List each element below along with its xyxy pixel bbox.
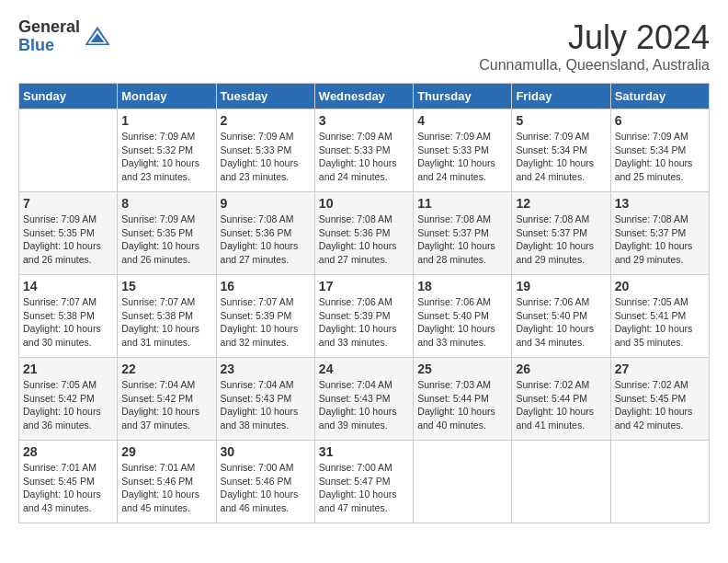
day-number: 10 [319, 196, 409, 211]
calendar-header-row: SundayMondayTuesdayWednesdayThursdayFrid… [19, 84, 710, 109]
calendar-cell: 11Sunrise: 7:08 AM Sunset: 5:37 PM Dayli… [414, 192, 512, 275]
calendar-cell: 8Sunrise: 7:09 AM Sunset: 5:35 PM Daylig… [118, 192, 216, 275]
day-info: Sunrise: 7:09 AM Sunset: 5:33 PM Dayligh… [319, 130, 409, 184]
calendar-cell: 21Sunrise: 7:05 AM Sunset: 5:42 PM Dayli… [19, 358, 118, 441]
day-number: 17 [319, 279, 409, 293]
calendar-cell: 30Sunrise: 7:00 AM Sunset: 5:46 PM Dayli… [216, 441, 314, 523]
day-number: 30 [221, 444, 311, 459]
calendar-table: SundayMondayTuesdayWednesdayThursdayFrid… [18, 83, 710, 523]
calendar-cell: 29Sunrise: 7:01 AM Sunset: 5:46 PM Dayli… [118, 441, 216, 523]
day-number: 8 [121, 196, 211, 211]
day-number: 31 [319, 444, 409, 459]
logo: General Blue [18, 18, 111, 55]
calendar-cell: 9Sunrise: 7:08 AM Sunset: 5:36 PM Daylig… [216, 192, 314, 275]
day-info: Sunrise: 7:09 AM Sunset: 5:33 PM Dayligh… [221, 130, 311, 184]
calendar-cell: 18Sunrise: 7:06 AM Sunset: 5:40 PM Dayli… [414, 275, 512, 358]
day-number: 11 [417, 196, 507, 211]
calendar-cell: 13Sunrise: 7:08 AM Sunset: 5:37 PM Dayli… [610, 192, 709, 275]
day-number: 4 [417, 113, 507, 128]
weekday-header-sunday: Sunday [19, 84, 118, 109]
calendar-cell: 24Sunrise: 7:04 AM Sunset: 5:43 PM Dayli… [314, 358, 413, 441]
day-info: Sunrise: 7:04 AM Sunset: 5:43 PM Dayligh… [221, 378, 311, 432]
day-info: Sunrise: 7:00 AM Sunset: 5:47 PM Dayligh… [319, 461, 409, 515]
calendar-cell: 23Sunrise: 7:04 AM Sunset: 5:43 PM Dayli… [216, 358, 314, 441]
location-title: Cunnamulla, Queensland, Australia [479, 57, 710, 74]
day-info: Sunrise: 7:08 AM Sunset: 5:37 PM Dayligh… [615, 213, 705, 267]
day-number: 1 [121, 113, 211, 128]
day-info: Sunrise: 7:04 AM Sunset: 5:43 PM Dayligh… [319, 378, 409, 432]
day-number: 9 [221, 196, 311, 211]
calendar-cell [512, 441, 610, 523]
day-number: 15 [121, 279, 211, 293]
logo-icon [84, 23, 111, 51]
calendar-cell: 2Sunrise: 7:09 AM Sunset: 5:33 PM Daylig… [216, 109, 314, 192]
calendar-cell [19, 109, 118, 192]
day-number: 22 [121, 362, 211, 376]
logo-blue-text: Blue [18, 37, 80, 55]
calendar-cell: 19Sunrise: 7:06 AM Sunset: 5:40 PM Dayli… [512, 275, 610, 358]
day-number: 6 [615, 113, 705, 128]
calendar-cell: 5Sunrise: 7:09 AM Sunset: 5:34 PM Daylig… [512, 109, 610, 192]
calendar-cell: 31Sunrise: 7:00 AM Sunset: 5:47 PM Dayli… [314, 441, 413, 523]
page-header: General Blue July 2024 Cunnamulla, Queen… [18, 18, 710, 74]
calendar-cell: 15Sunrise: 7:07 AM Sunset: 5:38 PM Dayli… [118, 275, 216, 358]
title-block: July 2024 Cunnamulla, Queensland, Austra… [479, 18, 710, 74]
calendar-cell: 16Sunrise: 7:07 AM Sunset: 5:39 PM Dayli… [216, 275, 314, 358]
day-info: Sunrise: 7:02 AM Sunset: 5:44 PM Dayligh… [516, 378, 606, 432]
calendar-cell: 10Sunrise: 7:08 AM Sunset: 5:36 PM Dayli… [314, 192, 413, 275]
day-number: 23 [221, 362, 311, 376]
day-info: Sunrise: 7:06 AM Sunset: 5:39 PM Dayligh… [319, 295, 409, 350]
day-number: 2 [221, 113, 311, 128]
day-number: 18 [417, 279, 507, 293]
day-info: Sunrise: 7:03 AM Sunset: 5:44 PM Dayligh… [417, 378, 507, 432]
day-number: 13 [615, 196, 705, 211]
calendar-cell: 4Sunrise: 7:09 AM Sunset: 5:33 PM Daylig… [414, 109, 512, 192]
calendar-cell: 14Sunrise: 7:07 AM Sunset: 5:38 PM Dayli… [19, 275, 118, 358]
day-info: Sunrise: 7:09 AM Sunset: 5:34 PM Dayligh… [516, 130, 606, 184]
day-number: 28 [23, 444, 113, 459]
day-info: Sunrise: 7:05 AM Sunset: 5:41 PM Dayligh… [615, 295, 705, 350]
day-number: 20 [615, 279, 705, 293]
day-info: Sunrise: 7:07 AM Sunset: 5:39 PM Dayligh… [221, 295, 311, 350]
day-info: Sunrise: 7:09 AM Sunset: 5:35 PM Dayligh… [121, 213, 211, 267]
day-number: 25 [417, 362, 507, 376]
day-info: Sunrise: 7:07 AM Sunset: 5:38 PM Dayligh… [121, 295, 211, 350]
weekday-header-monday: Monday [118, 84, 216, 109]
day-info: Sunrise: 7:09 AM Sunset: 5:32 PM Dayligh… [121, 130, 211, 184]
day-number: 24 [319, 362, 409, 376]
logo-general-text: General [18, 18, 80, 37]
calendar-cell: 26Sunrise: 7:02 AM Sunset: 5:44 PM Dayli… [512, 358, 610, 441]
day-number: 3 [319, 113, 409, 128]
day-info: Sunrise: 7:09 AM Sunset: 5:35 PM Dayligh… [23, 213, 113, 267]
day-number: 26 [516, 362, 606, 376]
calendar-cell: 28Sunrise: 7:01 AM Sunset: 5:45 PM Dayli… [19, 441, 118, 523]
calendar-cell: 20Sunrise: 7:05 AM Sunset: 5:41 PM Dayli… [610, 275, 709, 358]
calendar-cell: 3Sunrise: 7:09 AM Sunset: 5:33 PM Daylig… [314, 109, 413, 192]
day-number: 7 [23, 196, 113, 211]
calendar-cell: 17Sunrise: 7:06 AM Sunset: 5:39 PM Dayli… [314, 275, 413, 358]
day-number: 16 [221, 279, 311, 293]
day-number: 12 [516, 196, 606, 211]
day-number: 14 [23, 279, 113, 293]
day-info: Sunrise: 7:01 AM Sunset: 5:46 PM Dayligh… [121, 461, 211, 515]
day-info: Sunrise: 7:09 AM Sunset: 5:34 PM Dayligh… [615, 130, 705, 184]
calendar-week-row: 14Sunrise: 7:07 AM Sunset: 5:38 PM Dayli… [19, 275, 710, 358]
day-number: 27 [615, 362, 705, 376]
calendar-week-row: 21Sunrise: 7:05 AM Sunset: 5:42 PM Dayli… [19, 358, 710, 441]
day-info: Sunrise: 7:02 AM Sunset: 5:45 PM Dayligh… [615, 378, 705, 432]
weekday-header-wednesday: Wednesday [314, 84, 413, 109]
weekday-header-friday: Friday [512, 84, 610, 109]
day-number: 19 [516, 279, 606, 293]
day-info: Sunrise: 7:09 AM Sunset: 5:33 PM Dayligh… [417, 130, 507, 184]
calendar-week-row: 28Sunrise: 7:01 AM Sunset: 5:45 PM Dayli… [19, 441, 710, 523]
day-info: Sunrise: 7:01 AM Sunset: 5:45 PM Dayligh… [23, 461, 113, 515]
weekday-header-thursday: Thursday [414, 84, 512, 109]
calendar-cell [610, 441, 709, 523]
calendar-week-row: 1Sunrise: 7:09 AM Sunset: 5:32 PM Daylig… [19, 109, 710, 192]
day-info: Sunrise: 7:08 AM Sunset: 5:37 PM Dayligh… [516, 213, 606, 267]
day-info: Sunrise: 7:06 AM Sunset: 5:40 PM Dayligh… [516, 295, 606, 350]
calendar-cell: 12Sunrise: 7:08 AM Sunset: 5:37 PM Dayli… [512, 192, 610, 275]
day-info: Sunrise: 7:05 AM Sunset: 5:42 PM Dayligh… [23, 378, 113, 432]
calendar-cell: 1Sunrise: 7:09 AM Sunset: 5:32 PM Daylig… [118, 109, 216, 192]
day-info: Sunrise: 7:04 AM Sunset: 5:42 PM Dayligh… [121, 378, 211, 432]
